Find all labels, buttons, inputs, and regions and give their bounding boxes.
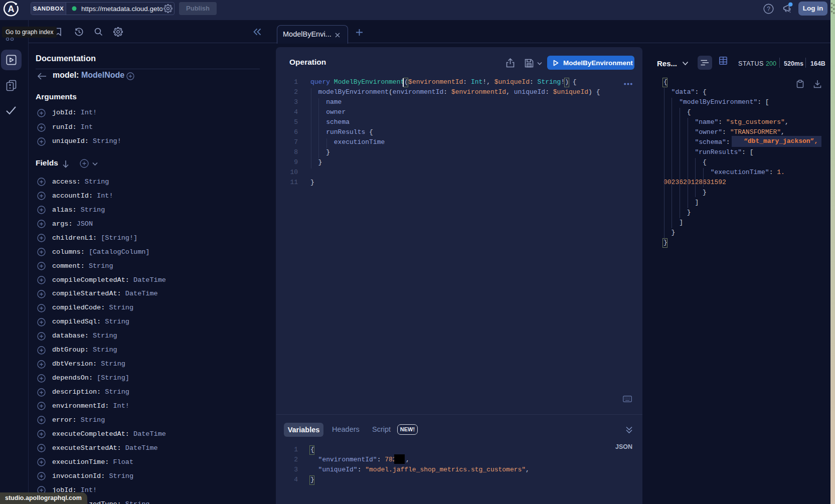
svg-text:A: A xyxy=(8,4,14,14)
svg-text:?: ? xyxy=(767,6,770,13)
